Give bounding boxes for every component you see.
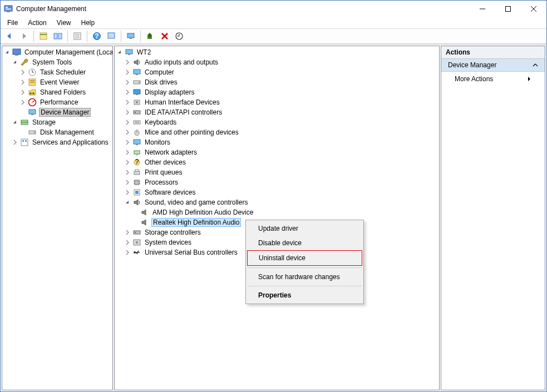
nav-task-scheduler[interactable]: Task Scheduler (2, 67, 112, 77)
chevron-right-icon[interactable] (19, 68, 27, 76)
device-category[interactable]: Mice and other pointing devices (115, 127, 439, 137)
device-category[interactable]: Network adapters (115, 147, 439, 157)
show-hide-action-button[interactable] (51, 29, 65, 43)
nav-root[interactable]: Computer Management (Local) (2, 47, 112, 57)
device-label: Storage controllers (144, 229, 202, 236)
device-category-icon (132, 248, 141, 257)
view-button[interactable] (105, 29, 118, 43)
chevron-right-icon[interactable] (19, 88, 27, 96)
nav-label: Services and Applications (31, 138, 110, 146)
chevron-right-icon[interactable] (19, 78, 27, 86)
chevron-right-icon[interactable] (124, 108, 131, 116)
device-category-icon (132, 98, 141, 107)
svg-rect-2 (6, 8, 11, 9)
navigation-tree[interactable]: Computer Management (Local) System Tools… (2, 46, 113, 390)
properties-button[interactable] (71, 29, 84, 43)
update-driver-button[interactable] (144, 29, 157, 43)
chevron-right-icon[interactable] (11, 138, 19, 146)
device-category[interactable]: IDE ATA/ATAPI controllers (115, 107, 439, 117)
chevron-down-icon[interactable] (116, 48, 124, 56)
svg-rect-27 (13, 49, 21, 54)
back-button[interactable] (3, 29, 16, 43)
chevron-right-icon[interactable] (124, 178, 131, 186)
uninstall-button[interactable] (158, 29, 171, 43)
nav-performance[interactable]: Performance (2, 97, 112, 107)
device-category[interactable]: Audio inputs and outputs (115, 57, 439, 67)
chevron-down-icon[interactable] (11, 58, 19, 66)
device-tree[interactable]: WT2 Audio inputs and outputsComputerDisk… (114, 46, 440, 390)
nav-label: Storage (31, 118, 57, 126)
collapse-icon[interactable] (533, 62, 538, 68)
device-label: IDE ATA/ATAPI controllers (144, 108, 223, 116)
context-uninstall-device[interactable]: Uninstall device (247, 250, 362, 266)
chevron-right-icon[interactable] (124, 148, 131, 156)
chevron-right-icon[interactable] (124, 249, 131, 256)
menu-action[interactable]: Action (23, 18, 51, 28)
device-category-sound[interactable]: Sound, video and game controllers (115, 197, 439, 207)
close-button[interactable] (521, 1, 546, 17)
device-category-icon (132, 88, 141, 97)
device-category[interactable]: Print queues (115, 167, 439, 177)
forward-button[interactable] (17, 29, 31, 43)
chevron-right-icon[interactable] (124, 88, 131, 96)
svg-rect-79 (135, 191, 139, 194)
chevron-right-icon[interactable] (124, 128, 131, 136)
chevron-down-icon[interactable] (124, 199, 131, 206)
device-category[interactable]: Computer (115, 67, 439, 77)
speaker-icon (140, 208, 149, 217)
minimize-button[interactable] (470, 1, 495, 17)
scan-hardware-button[interactable] (173, 29, 186, 43)
nav-storage[interactable]: Storage (2, 117, 112, 127)
device-category[interactable]: ?Other devices (115, 157, 439, 167)
nav-device-manager[interactable]: Device Manager (2, 107, 112, 117)
context-properties[interactable]: Properties (247, 288, 362, 302)
device-item-amd-audio[interactable]: AMD High Definition Audio Device (115, 207, 439, 217)
nav-system-tools[interactable]: System Tools (2, 57, 112, 67)
actions-section[interactable]: Device Manager (441, 59, 545, 72)
nav-event-viewer[interactable]: Event Viewer (2, 77, 112, 87)
device-category[interactable]: Disk drives (115, 77, 439, 87)
chevron-right-icon[interactable] (124, 78, 131, 86)
menu-help[interactable]: Help (77, 18, 100, 28)
monitor-button[interactable] (124, 29, 137, 43)
chevron-right-icon[interactable] (124, 138, 131, 146)
svg-rect-22 (130, 38, 132, 39)
chevron-right-icon[interactable] (124, 168, 131, 176)
svg-rect-80 (134, 231, 140, 234)
chevron-right-icon[interactable] (124, 118, 131, 126)
device-category[interactable]: Processors (115, 177, 439, 187)
context-disable-device[interactable]: Disable device (247, 236, 362, 250)
maximize-button[interactable] (495, 1, 521, 17)
device-category[interactable]: Monitors (115, 137, 439, 147)
chevron-right-icon[interactable] (19, 98, 27, 106)
chevron-down-icon[interactable] (3, 48, 11, 56)
device-category[interactable]: Display adapters (115, 87, 439, 97)
device-category[interactable]: Keyboards (115, 117, 439, 127)
context-scan-hardware[interactable]: Scan for hardware changes (247, 270, 362, 284)
device-label: Print queues (144, 168, 183, 176)
nav-services-applications[interactable]: Services and Applications (2, 137, 112, 147)
svg-point-53 (139, 82, 140, 83)
chevron-right-icon[interactable] (124, 158, 131, 166)
chevron-right-icon[interactable] (124, 98, 131, 106)
nav-disk-management[interactable]: Disk Management (2, 127, 112, 137)
device-category[interactable]: Software devices (115, 187, 439, 197)
speaker-icon (140, 218, 149, 227)
context-update-driver[interactable]: Update driver (247, 221, 362, 236)
actions-more[interactable]: More Actions (441, 72, 545, 86)
chevron-down-icon[interactable] (11, 118, 19, 126)
help-button[interactable]: ? (90, 29, 104, 43)
device-category[interactable]: Human Interface Devices (115, 97, 439, 107)
device-label: Sound, video and game controllers (144, 199, 249, 206)
chevron-right-icon[interactable] (124, 68, 131, 76)
device-root[interactable]: WT2 (115, 47, 439, 57)
chevron-right-icon[interactable] (124, 188, 131, 196)
chevron-right-icon[interactable] (124, 58, 131, 66)
menu-file[interactable]: File (3, 18, 22, 28)
chevron-right-icon[interactable] (124, 239, 131, 246)
menu-view[interactable]: View (52, 18, 76, 28)
show-hide-tree-button[interactable] (37, 29, 50, 43)
chevron-right-icon[interactable] (124, 229, 131, 236)
svg-rect-42 (21, 122, 28, 125)
nav-shared-folders[interactable]: Shared Folders (2, 87, 112, 97)
